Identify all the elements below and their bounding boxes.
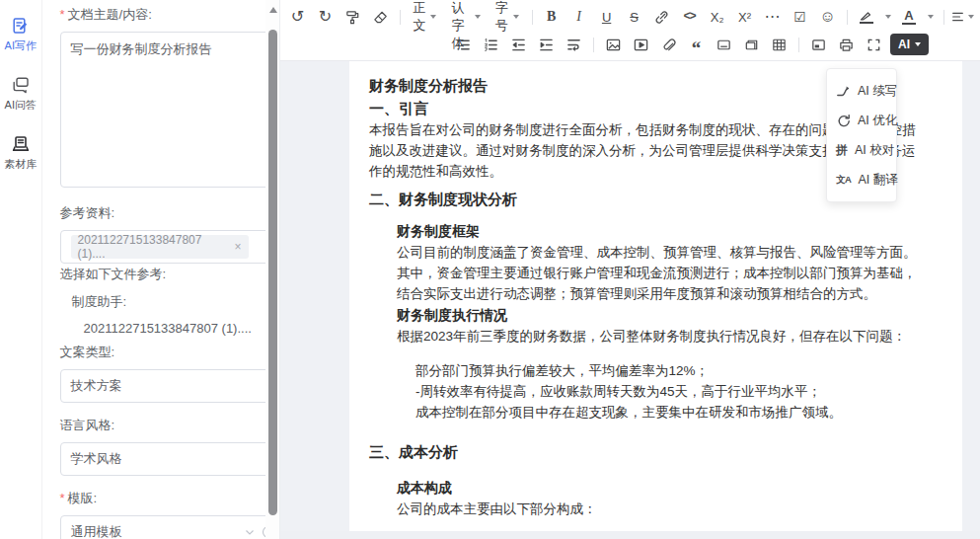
ai-menu-button[interactable]: AI xyxy=(890,34,929,55)
language-style-label: 语言风格: xyxy=(60,417,260,434)
chevron-down-icon xyxy=(475,15,481,19)
scrollbar-thumb[interactable] xyxy=(268,30,277,515)
sidebar-item-ai-qa[interactable]: AI问答 xyxy=(5,75,37,113)
format-painter-button[interactable] xyxy=(341,5,364,29)
topic-textarea[interactable]: 写一份财务制度分析报告 xyxy=(60,32,265,188)
horizontal-rule-icon xyxy=(716,37,732,53)
link-icon xyxy=(653,9,670,26)
doc-line: 结合实际支出进行动态调整；预算管理则采用年度预算和滚动预算相结合的方式。 xyxy=(369,283,946,304)
insert-video-button[interactable] xyxy=(630,33,652,56)
page-break-icon xyxy=(743,37,760,53)
reference-file-row: 2021122715133847807 (1).... xyxy=(84,321,265,336)
sidebar-item-material-library[interactable]: 素材库 xyxy=(4,134,37,172)
doc-heading: 三、成本分析 xyxy=(369,440,946,463)
menu-item-ai-translate[interactable]: 文A AI 翻译 xyxy=(827,165,896,194)
ai-qa-icon xyxy=(11,75,31,95)
chevron-down-icon xyxy=(885,15,891,19)
strikethrough-button[interactable]: S xyxy=(623,5,645,29)
link-button[interactable] xyxy=(650,5,673,29)
doc-subheading: 财务制度框架 xyxy=(369,220,946,242)
file-select-label: 选择如下文件参考: xyxy=(60,266,260,283)
print-button[interactable] xyxy=(835,33,858,56)
ordered-list-button[interactable] xyxy=(480,33,502,56)
eraser-button[interactable] xyxy=(369,5,392,29)
copy-type-label: 文案类型: xyxy=(60,344,260,361)
subscript-button[interactable]: X₂ xyxy=(706,5,728,29)
menu-item-ai-optimize[interactable]: AI 优化 xyxy=(827,106,896,135)
menu-item-label: AI 翻译 xyxy=(858,172,897,189)
divider-button[interactable] xyxy=(713,33,735,56)
font-size-dropdown[interactable]: 字号 xyxy=(490,5,524,29)
page-break-button[interactable] xyxy=(740,33,763,56)
attachment-button[interactable] xyxy=(657,33,680,56)
editor-toolbar: ↺ ↻ 正文 默认字体 字号 B I U xyxy=(280,0,980,61)
video-icon xyxy=(633,37,649,53)
material-library-icon xyxy=(11,134,31,154)
sidebar-item-label: 素材库 xyxy=(4,157,37,172)
continue-writing-icon xyxy=(836,84,851,99)
color-bar xyxy=(860,22,873,25)
sidebar-item-label: AI写作 xyxy=(5,38,37,53)
doc-subheading: 成本构成 xyxy=(369,477,946,499)
language-style-select[interactable]: 学术风格 xyxy=(60,442,265,476)
doc-line: -周转效率有待提高，应收账款周转天数为45天，高于行业平均水平； xyxy=(369,381,946,402)
font-family-dropdown[interactable]: 默认字体 xyxy=(446,5,485,29)
proofread-icon: 拼 xyxy=(836,142,848,159)
doc-line: 部分部门预算执行偏差较大，平均偏差率为12%； xyxy=(369,360,946,381)
sidebar-item-ai-writing[interactable]: AI写作 xyxy=(5,16,37,53)
undo-button[interactable]: ↺ xyxy=(286,5,309,29)
wrap-text-button[interactable] xyxy=(563,33,585,56)
outdent-button[interactable] xyxy=(507,33,530,56)
fullscreen-button[interactable] xyxy=(863,33,885,56)
scroll-up-arrow-icon[interactable] xyxy=(269,7,277,13)
align-button[interactable] xyxy=(951,5,974,29)
font-color-button[interactable]: A xyxy=(898,5,921,29)
bullet-list-button[interactable] xyxy=(452,33,475,56)
task-list-button[interactable]: ☑ xyxy=(789,5,811,29)
indent-icon xyxy=(538,37,555,53)
panel-scrollbar[interactable] xyxy=(265,0,279,539)
highlight-color-button[interactable] xyxy=(856,5,878,29)
translate-icon: 文A xyxy=(836,174,851,187)
underline-button[interactable]: U xyxy=(595,5,618,29)
insert-table-button[interactable] xyxy=(768,33,791,56)
page-margin-right xyxy=(962,61,980,531)
code-button[interactable]: <> xyxy=(678,5,701,29)
menu-item-ai-continue[interactable]: AI 续写 xyxy=(827,76,896,106)
italic-button[interactable]: I xyxy=(567,5,590,29)
redo-button[interactable]: ↻ xyxy=(314,5,337,29)
checkbox-icon: ☑ xyxy=(793,10,806,24)
doc-line: 根据2023年前三季度的财务数据，公司整体财务制度执行情况良好，但存在以下问题： xyxy=(369,326,946,346)
copy-type-select[interactable]: 技术方案 xyxy=(60,369,265,403)
ai-write-icon xyxy=(11,16,31,36)
chevron-down-icon xyxy=(968,15,974,19)
menu-item-label: AI 续写 xyxy=(858,83,897,100)
insert-image-button[interactable] xyxy=(602,33,625,56)
paragraph-style-dropdown[interactable]: 正文 xyxy=(408,5,441,29)
chevron-down-icon xyxy=(244,526,256,538)
page-margin-left xyxy=(280,61,349,531)
toolbar-divider xyxy=(798,38,799,52)
menu-item-ai-proofread[interactable]: 拼 AI 校对 xyxy=(827,135,896,165)
embed-button[interactable] xyxy=(807,33,830,56)
bold-button[interactable]: B xyxy=(540,5,563,29)
blockquote-button[interactable]: “ xyxy=(685,33,708,56)
indent-button[interactable] xyxy=(535,33,558,56)
template-label: *模版: xyxy=(60,490,260,507)
topic-label: *文档主题/内容: xyxy=(60,6,260,24)
ai-writing-panel: *文档主题/内容: 写一份财务制度分析报告 参考资料: 202112271513… xyxy=(42,0,265,539)
required-mark: * xyxy=(60,7,65,22)
superscript-button[interactable]: X² xyxy=(733,5,756,29)
table-icon xyxy=(771,37,788,53)
template-select[interactable]: 通用模板 xyxy=(60,515,265,539)
reference-select[interactable]: 2021122715133847807 (1).... × xyxy=(60,230,265,264)
font-color-caret[interactable] xyxy=(926,5,936,29)
align-icon xyxy=(951,10,964,24)
highlight-caret[interactable] xyxy=(883,5,893,29)
redo-icon: ↻ xyxy=(319,9,332,25)
ellipsis-icon: ⋯ xyxy=(765,9,781,25)
more-button[interactable]: ⋯ xyxy=(761,5,784,29)
reference-file-name: 2021122715133847807 (1).... xyxy=(84,321,252,336)
tag-close-icon[interactable]: × xyxy=(235,240,242,254)
emoji-button[interactable]: ☺ xyxy=(816,5,839,29)
